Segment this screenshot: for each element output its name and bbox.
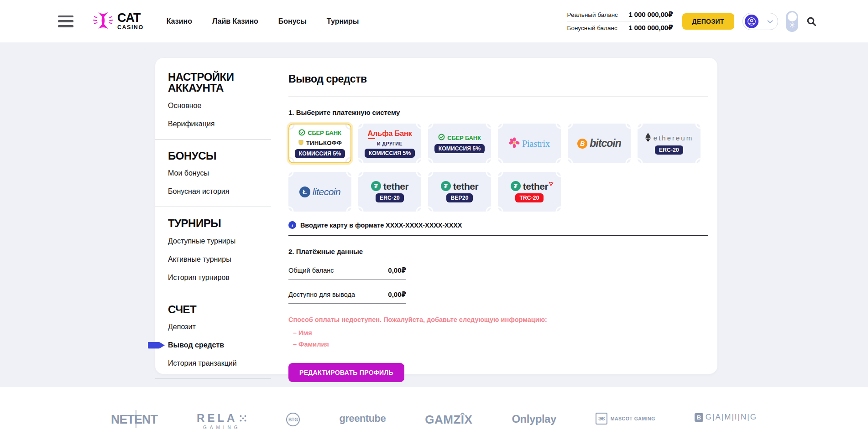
sidebar-divider — [155, 207, 271, 207]
withdrawal-content: Вывод средств 1. Выберите платежную сист… — [271, 58, 727, 374]
real-balance-label: Реальный баланс — [567, 11, 618, 18]
theme-toggle-knob — [788, 12, 797, 21]
payment-methods-grid: СБЕР БАНК ТИНЬКОФФ КОМИССИЯ 5% Альфа Бан… — [288, 124, 708, 212]
tron-icon — [549, 178, 554, 188]
sidebar-item-tournament-history[interactable]: История турниров — [168, 274, 271, 282]
deposit-button[interactable]: ДЕПОЗИТ — [682, 13, 734, 30]
sidebar-item-withdrawal-label: Вывод средств — [168, 341, 224, 349]
bonus-balance-label: Бонусный баланс — [567, 25, 617, 31]
relax-gaming-logo: RELA GAMING — [197, 413, 247, 430]
total-balance-row: Общий баланс 0,00₽ — [288, 266, 406, 280]
bonus-balance-value: 1 000 000,00₽ — [628, 24, 673, 32]
edit-profile-button[interactable]: РЕДАКТИРОВАТЬ ПРОФИЛЬ — [288, 363, 404, 382]
balance-panel: Реальный баланс 1 000 000,00₽ Бонусный б… — [567, 10, 673, 32]
nav-item-casino[interactable]: Казино — [167, 17, 192, 26]
tether-label: tether — [523, 181, 548, 191]
site-logo[interactable]: CAT CASINO — [93, 11, 144, 32]
available-balance-row: Доступно для вывода 0,00₽ — [288, 290, 406, 304]
sidebar-item-deposit[interactable]: Депозит — [168, 323, 271, 331]
missing-fields-list: Имя Фамилия — [288, 329, 708, 348]
commission-badge: КОМИССИЯ 5% — [365, 149, 415, 158]
piastrix-label: Piastrix — [522, 139, 550, 148]
bgaming-logo-b: B — [695, 413, 703, 422]
sberbank-label: СБЕР БАНК — [308, 130, 341, 136]
tether-icon: ₮ — [371, 181, 381, 191]
tether-label: tether — [453, 181, 478, 191]
sidebar-item-active-tournaments[interactable]: Активные турниры — [168, 255, 271, 264]
netent-logo-text: NETENT — [111, 413, 157, 427]
payment-tile-alfa-bank[interactable]: Альфа Банк И ДРУГИЕ КОМИССИЯ 5% — [358, 124, 421, 163]
tinkoff-label: ТИНЬКОФФ — [306, 140, 342, 146]
theme-toggle[interactable] — [786, 11, 798, 32]
onlyplay-logo: Onlyplay — [512, 413, 556, 425]
sun-icon — [789, 21, 795, 30]
greentube-logo: greentube — [339, 413, 386, 425]
payment-tile-tether-erc20[interactable]: ₮ tether ERC-20 — [358, 172, 421, 212]
sidebar-item-withdrawal[interactable]: Вывод средств — [168, 341, 271, 349]
sberbank-icon — [298, 129, 305, 137]
btg-logo: BTG — [286, 413, 300, 426]
top-bar: CAT CASINO Казино Лайв Казино Бонусы Тур… — [0, 0, 868, 42]
tether-label-text: tether — [523, 181, 548, 192]
network-badge: BEP20 — [446, 193, 472, 202]
step1-label: 1. Выберите платежную систему — [288, 109, 708, 116]
info-icon: i — [288, 221, 296, 229]
tether-icon: ₮ — [511, 181, 521, 191]
mascot-gaming-text: MASCOT GAMING — [611, 416, 655, 421]
profile-menu[interactable] — [743, 13, 778, 30]
sidebar-divider — [155, 293, 271, 293]
payment-tile-sberbank[interactable]: СБЕР БАНК КОМИССИЯ 5% — [428, 124, 491, 163]
page-title: Вывод средств — [288, 73, 708, 85]
total-balance-value: 0,00₽ — [388, 266, 406, 274]
sidebar-item-my-bonuses[interactable]: Мои бонусы — [168, 169, 271, 177]
sidebar-item-main[interactable]: Основное — [168, 102, 271, 110]
relax-gaming-sub: GAMING — [203, 425, 241, 430]
payment-tile-litecoin[interactable]: Ł litecoin — [288, 172, 351, 212]
card-format-note: i Вводите карту в формате XXXX-XXXX-XXXX… — [288, 221, 708, 229]
section-divider — [288, 235, 708, 236]
sidebar-item-transaction-history[interactable]: История транзакций — [168, 359, 271, 368]
nav-item-tournaments[interactable]: Турниры — [327, 17, 359, 26]
active-item-arrow-icon — [148, 342, 165, 349]
btg-logo-badge: BTG — [286, 413, 300, 426]
tether-label: tether — [383, 181, 408, 191]
sidebar-item-available-tournaments[interactable]: Доступные турниры — [168, 237, 271, 245]
payment-tile-piastrix[interactable]: Piastrix — [498, 124, 561, 163]
greentube-logo-text: greentube — [339, 413, 386, 425]
tinkoff-icon — [298, 140, 304, 147]
step2-label: 2. Платёжные данные — [288, 248, 708, 255]
payment-tile-tether-bep20[interactable]: ₮ tether BEP20 — [428, 172, 491, 212]
available-balance-value: 0,00₽ — [388, 290, 406, 299]
sidebar-item-verification[interactable]: Верификация — [168, 120, 271, 128]
logo-subtitle: CASINO — [117, 25, 144, 31]
netent-logo: NETENT — [111, 413, 157, 427]
card-format-text: Вводите карту в формате XXXX-XXXX-XXXX-X… — [300, 222, 462, 229]
search-button[interactable] — [806, 16, 817, 27]
commission-badge: КОМИССИЯ 5% — [295, 149, 345, 158]
balance-divider — [567, 21, 673, 21]
hamburger-menu-icon[interactable] — [58, 16, 73, 27]
payment-tile-bitcoin[interactable]: B bitcoin — [568, 124, 631, 163]
sidebar-divider — [155, 378, 271, 379]
sidebar-divider — [155, 139, 271, 140]
relax-logo-text: RELA — [197, 413, 237, 424]
netent-logo-bar — [136, 410, 136, 428]
account-panel: НАСТРОЙКИ АККАУНТА Основное Верификация … — [155, 58, 717, 374]
sberbank-label: СБЕР БАНК — [447, 135, 481, 141]
nav-item-live-casino[interactable]: Лайв Казино — [212, 17, 258, 26]
bgaming-logo-text: G|A|M|I|N|G — [706, 413, 757, 422]
nav-item-bonuses[interactable]: Бонусы — [278, 17, 307, 26]
piastrix-flower-icon — [509, 137, 520, 150]
gamzix-logo-text: GAMZÎX — [425, 413, 472, 427]
payment-tile-sber-tinkoff[interactable]: СБЕР БАНК ТИНЬКОФФ КОМИССИЯ 5% — [288, 124, 351, 163]
payment-unavailable-warning: Способ оплаты недоступен. Пожалуйста, до… — [288, 316, 708, 323]
logo-title: CAT — [117, 12, 144, 24]
missing-field-last-name: Фамилия — [288, 341, 708, 348]
payment-tile-ethereum[interactable]: ethereum ERC-20 — [638, 124, 701, 163]
network-badge: ERC-20 — [655, 145, 683, 155]
litecoin-label: litecoin — [313, 187, 340, 197]
alfa-others-label: И ДРУГИЕ — [377, 141, 403, 146]
network-badge: TRC-20 — [515, 193, 543, 202]
sidebar-item-bonus-history[interactable]: Бонусная история — [168, 187, 271, 196]
payment-tile-tether-trc20[interactable]: ₮ tether TRC-20 — [498, 172, 561, 212]
